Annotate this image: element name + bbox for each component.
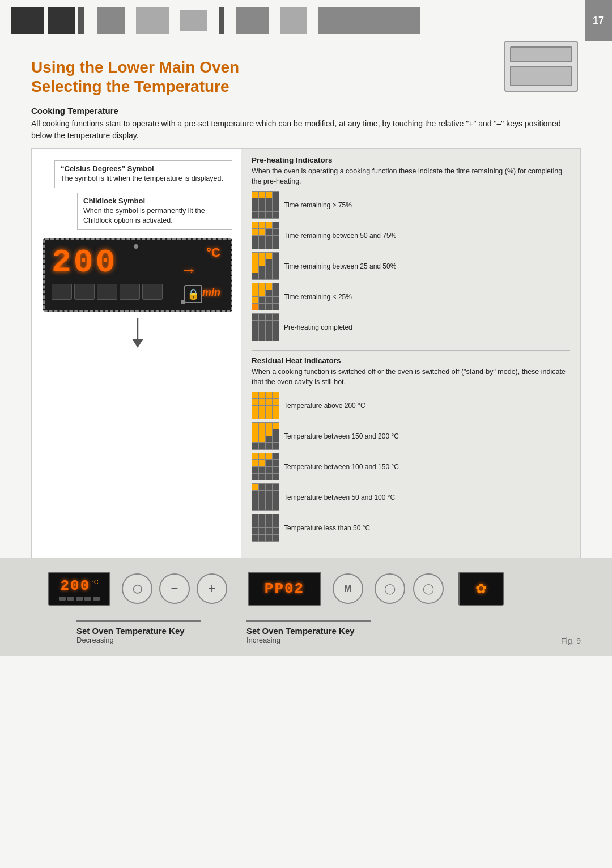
rh-row-5: Temperature less than 50 °C [252,514,570,542]
celsius-callout: “Celsius Degrees” Symbol The symbol is l… [54,160,232,188]
cooking-temp-text: All cooking functions start to operate w… [31,118,581,142]
ph-grid-1 [252,191,279,219]
ph-row-4: Time remaining < 25% [252,283,570,310]
ph-grid-5 [252,313,279,341]
round-button-2[interactable]: ◯ [413,573,444,604]
oven-bottom-compartment [510,66,572,86]
top-bar: 17 [0,0,612,41]
ph-row-5: Pre-heating completed [252,313,570,341]
dot-2 [67,597,74,601]
ph-row-2: Time remaining between 50 and 75% [252,222,570,249]
page-number: 17 [585,0,612,41]
bottom-section: 200 °C ◯ − + [0,558,612,656]
down-arrow-area [43,317,232,351]
celsius-callout-title: “Celsius Degrees” Symbol [61,164,226,173]
display2-value: PP02 [265,580,304,597]
ph-label-4: Time remaining < 25% [284,293,352,301]
cooking-temp-heading: Cooking Temperature [31,106,581,116]
ph-label-3: Time remaining between 25 and 50% [284,262,396,270]
decrease-key-title: Set Oven Temperature Key [76,626,201,636]
ph-grid-4 [252,283,279,310]
fig-label: Fig. 9 [561,636,581,645]
oven-top-compartment [510,46,572,62]
ph-grid-3 [252,252,279,280]
lcd-lock-icon: 🔒 [184,285,202,303]
down-arrow-svg [121,318,155,350]
page-title: Using the Lower Main Oven Selecting the … [31,58,581,96]
rh-row-2: Temperature between 150 and 200 °C [252,422,570,450]
deco-sq-5 [136,7,169,34]
rh-label-2: Temperature between 150 and 200 °C [284,432,399,440]
display2-area: PP02 [248,572,321,606]
ph-row-1: Time remaining > 75% [252,191,570,219]
power-button[interactable]: ◯ [122,573,152,604]
lcd-key-4 [120,284,140,300]
circle-icon-2: ◯ [423,582,434,595]
increase-key-title: Set Oven Temperature Key [246,626,371,636]
left-panel: “Celsius Degrees” Symbol The symbol is l… [32,149,241,558]
section-divider [252,350,570,351]
display1-celsius: °C [91,578,98,585]
mode-icon: M [344,584,351,594]
dot-1 [59,597,66,601]
residual-heat-title: Residual Heat Indicators [252,356,570,365]
display2: PP02 [248,572,321,606]
fan-display: ✿ [458,572,504,606]
labels-row: Set Oven Temperature Key Decreasing Set … [31,620,581,644]
increase-key-sub: Increasing [246,636,371,644]
lcd-min: min [202,287,220,299]
decrease-button[interactable]: − [159,573,190,604]
deco-sq-1 [11,7,44,34]
childlock-callout: Childlock Symbol When the symbol is perm… [77,193,232,230]
rh-grid-1 [252,392,279,419]
increase-label-col: Set Oven Temperature Key Increasing [246,620,371,644]
decrease-key-sub: Decreasing [76,636,201,644]
display1-area: 200 °C [48,572,110,606]
rh-grid-3 [252,453,279,480]
deco-sq-2 [48,7,75,34]
lcd-display: 200 °C → min 🔒 [43,238,232,312]
mode-button[interactable]: M [333,573,363,604]
diagram-area: “Celsius Degrees” Symbol The symbol is l… [31,148,581,558]
lcd-key-1 [52,284,72,300]
lcd-key-3 [97,284,117,300]
residual-heat-grid: Temperature above 200 °C Temperature bet… [252,392,570,543]
dot-5 [93,597,100,601]
decorative-squares [0,0,585,41]
controls-row: 200 °C ◯ − + [31,572,581,606]
lcd-celsius: °C [206,245,220,260]
ph-grid-2 [252,222,279,249]
minus-icon: − [171,581,178,596]
childlock-callout-title: Childlock Symbol [83,197,226,205]
preheating-text: When the oven is operating a cooking fun… [252,167,570,186]
ph-label-1: Time remaining > 75% [284,201,352,209]
fan-display-area: ✿ [458,572,504,606]
circle-icon-1: ◯ [384,582,396,595]
plus-icon: + [209,581,216,596]
deco-sq-6 [180,10,207,31]
preheating-title: Pre-heating Indicators [252,156,570,164]
rh-label-3: Temperature between 100 and 150 °C [284,463,399,471]
rh-grid-5 [252,514,279,542]
increase-button[interactable]: + [197,573,227,604]
lcd-dot-bot [181,300,185,304]
lcd-digits: 200 [52,246,224,279]
round-button-1[interactable]: ◯ [375,573,405,604]
right-panel: Pre-heating Indicators When the oven is … [241,149,580,558]
fan-icon: ✿ [475,581,487,597]
lcd-key-2 [74,284,95,300]
celsius-callout-text: The symbol is lit when the temperature i… [61,174,226,184]
display1: 200 °C [48,572,110,606]
deco-sq-7 [219,7,224,34]
deco-sq-3 [78,7,84,34]
rh-row-4: Temperature between 50 and 100 °C [252,483,570,511]
ph-label-2: Time remaining between 50 and 75% [284,232,396,240]
residual-heat-text: When a cooking function is switched off … [252,367,570,387]
ph-label-5: Pre-heating completed [284,324,352,331]
deco-sq-10 [318,7,420,34]
rh-row-1: Temperature above 200 °C [252,392,570,419]
labels-section: Set Oven Temperature Key Decreasing Set … [31,620,581,644]
preheating-grid: Time remaining > 75% Time remaining betw… [252,191,570,342]
residual-heat-section: Residual Heat Indicators When a cooking … [252,356,570,543]
display1-dots [54,597,105,601]
